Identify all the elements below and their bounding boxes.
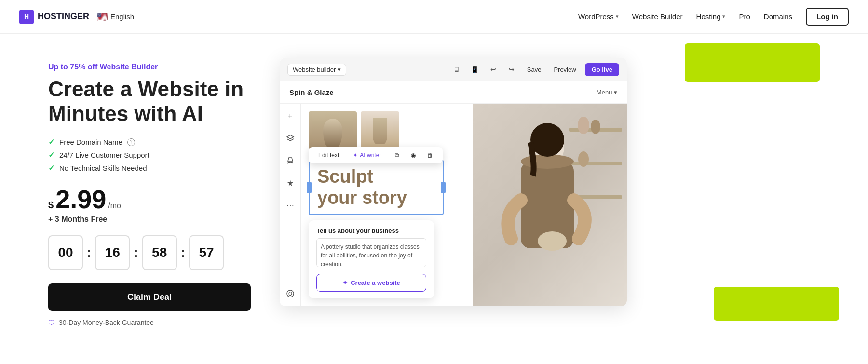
logo-text: HOSTINGER: [38, 12, 89, 22]
hero-left: Up to 75% off Website Builder Create a W…: [48, 53, 251, 326]
logo-icon: H: [19, 10, 34, 24]
website-builder-badge[interactable]: Website builder ▾: [287, 64, 346, 76]
layers-tool-icon[interactable]: [284, 132, 297, 145]
ai-business-card: Tell us about your business A pottery st…: [309, 220, 434, 298]
countdown-minutes: 16: [95, 235, 130, 270]
delete-button[interactable]: 🗑: [422, 150, 438, 161]
ai-card-textarea[interactable]: A pottery studio that organizes classes …: [316, 238, 426, 267]
topbar-left: Website builder ▾: [287, 64, 346, 76]
sculpt-text-box[interactable]: Sculptyour story: [309, 160, 444, 215]
claim-deal-button[interactable]: Claim Deal: [48, 283, 251, 311]
promo-percent: 75%: [70, 63, 85, 71]
countdown-timer: 00 : 16 : 58 : 57: [48, 235, 251, 270]
main-content: Up to 75% off Website Builder Create a W…: [0, 34, 868, 364]
check-icon: ✓: [48, 137, 54, 147]
countdown-seconds: 58: [142, 235, 177, 270]
nav-right: WordPress ▾ Website Builder Hosting ▾ Pr…: [578, 8, 849, 26]
text-box-handle-right[interactable]: [441, 182, 446, 193]
promo-text: Up to 75% off Website Builder: [48, 63, 251, 71]
site-menu[interactable]: Menu ▾: [597, 89, 617, 96]
nav-item-domains[interactable]: Domains: [764, 13, 792, 21]
sparkle-icon: ✦: [342, 279, 348, 286]
go-live-button[interactable]: Go live: [585, 63, 619, 76]
ai-writer-button[interactable]: ✦ AI writer: [348, 150, 386, 161]
svg-rect-2: [569, 162, 622, 165]
price-dollar: $: [48, 200, 54, 211]
canvas-area: Edit text ✦ AI writer ⧉ ◉ 🗑: [301, 104, 627, 306]
sparkle-icon: ✦: [353, 152, 358, 159]
colon-separator: :: [87, 245, 91, 260]
vase-shape: [323, 119, 342, 148]
chevron-down-icon: ▾: [338, 66, 341, 73]
mobile-view-icon[interactable]: 📱: [468, 63, 482, 76]
price-per-month: /mo: [108, 202, 121, 210]
features-list: ✓ Free Domain Name ? ✓ 24/7 Live Custome…: [48, 137, 251, 173]
sculpt-headline-text: Sculptyour story: [317, 166, 435, 208]
site-header: Spin & Glaze Menu ▾: [280, 81, 627, 104]
content-area: +: [280, 104, 627, 306]
shield-icon: 🛡: [48, 319, 55, 326]
topbar-right: 🖥 📱 ↩ ↪ Save Preview Go live: [450, 63, 619, 76]
text-box-handle-left[interactable]: [307, 182, 312, 193]
price-main: 2.99: [55, 186, 106, 212]
svg-point-5: [591, 120, 600, 134]
pottery-person-photo: [473, 104, 627, 306]
redo-icon[interactable]: ↪: [505, 63, 518, 76]
price-row: $ 2.99 /mo: [48, 186, 251, 212]
undo-icon[interactable]: ↩: [487, 63, 500, 76]
toolbar-divider: [388, 150, 388, 160]
add-tool-icon[interactable]: +: [284, 109, 297, 123]
nav-item-website-builder[interactable]: Website Builder: [632, 13, 683, 21]
feature-item: ✓ Free Domain Name ?: [48, 137, 251, 147]
login-button[interactable]: Log in: [806, 8, 849, 26]
flag-icon: 🇺🇸: [97, 12, 108, 22]
paint-tool-icon[interactable]: [284, 154, 297, 167]
chevron-down-icon: ▾: [722, 13, 725, 20]
ai-create-website-button[interactable]: ✦ Create a website: [316, 274, 426, 292]
browser-topbar: Website builder ▾ 🖥 📱 ↩ ↪ Save Preview G…: [280, 58, 627, 81]
green-accent-top: [685, 43, 820, 82]
check-icon: ✓: [48, 163, 54, 173]
nav-item-hosting[interactable]: Hosting ▾: [696, 13, 726, 21]
green-accent-bottom: [714, 287, 839, 321]
colon-separator: :: [181, 245, 185, 260]
vase-image-1: [309, 111, 357, 150]
nav-item-wordpress[interactable]: WordPress ▾: [578, 13, 619, 21]
copy-button[interactable]: ⧉: [390, 150, 404, 161]
feature-item: ✓ No Technical Skills Needed: [48, 163, 251, 173]
toolbar-divider: [346, 150, 346, 160]
logo[interactable]: H HOSTINGER: [19, 10, 89, 24]
svg-point-4: [578, 117, 589, 134]
chevron-down-icon: ▾: [616, 13, 619, 20]
sparkle-tool-icon[interactable]: [284, 176, 297, 189]
more-tools-icon[interactable]: ⋯: [284, 198, 297, 212]
svg-point-10: [538, 231, 567, 251]
desktop-view-icon[interactable]: 🖥: [450, 63, 463, 76]
hero-right: Website builder ▾ 🖥 📱 ↩ ↪ Save Preview G…: [280, 53, 849, 306]
site-name: Spin & Glaze: [289, 88, 334, 96]
guarantee-text: 🛡 30-Day Money-Back Guarantee: [48, 319, 251, 326]
edit-text-button[interactable]: Edit text: [313, 150, 344, 161]
edit-toolbar: Edit text ✦ AI writer ⧉ ◉ 🗑: [309, 147, 443, 163]
svg-point-6: [578, 151, 589, 167]
language-selector[interactable]: 🇺🇸 English: [97, 12, 134, 22]
language-label: English: [110, 13, 134, 21]
eye-button[interactable]: ◉: [406, 150, 420, 161]
countdown-hours: 00: [48, 235, 83, 270]
free-months: + 3 Months Free: [48, 215, 251, 224]
check-icon: ✓: [48, 150, 54, 160]
nav-item-pro[interactable]: Pro: [739, 13, 750, 21]
branch-shape: [373, 118, 387, 144]
help-icon[interactable]: ?: [127, 138, 135, 146]
save-button[interactable]: Save: [523, 64, 545, 75]
colon-separator: :: [134, 245, 138, 260]
browser-mockup: Website builder ▾ 🖥 📱 ↩ ↪ Save Preview G…: [280, 58, 627, 306]
preview-button[interactable]: Preview: [550, 64, 580, 75]
headline: Create a Website in Minutes with AI: [48, 77, 251, 126]
link-tool-icon[interactable]: [284, 287, 297, 300]
svg-point-0: [287, 290, 294, 297]
ai-card-title: Tell us about your business: [316, 227, 426, 234]
countdown-ms: 57: [189, 235, 224, 270]
feature-item: ✓ 24/7 Live Customer Support: [48, 150, 251, 160]
navbar: H HOSTINGER 🇺🇸 English WordPress ▾ Websi…: [0, 0, 868, 34]
